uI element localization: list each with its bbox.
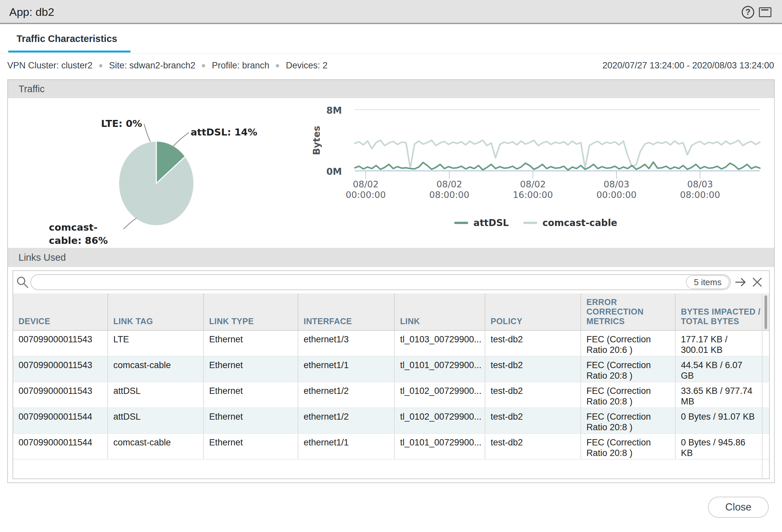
context-site: Site: sdwan2-branch2 [109,61,195,71]
links-used-section-header: Links Used [8,248,774,267]
dialog-title: App: db2 [9,0,54,24]
vertical-scrollbar[interactable] [765,295,767,329]
col-bytes[interactable]: BYTES IMPACTED / TOTAL BYTES [675,293,769,330]
cell-device: 007099000011544 [13,433,108,459]
x-tick-0: 08/02 00:00:00 [329,179,402,200]
cell-interface: ethernet1/3 [298,330,394,356]
help-icon[interactable]: ? [742,6,754,19]
export-arrow-icon[interactable] [735,276,747,288]
context-devices: Devices: 2 [286,61,327,71]
pie-chart [118,141,194,226]
col-link-tag[interactable]: LINK TAG [108,293,204,330]
window-icon[interactable] [759,7,772,17]
x-tick-time: 08:00:00 [664,190,737,200]
cell-device: 007099000011544 [13,408,108,433]
series-line-attDSL [355,162,760,170]
cell-error-correction: FEC (Correction Ratio 20:8 ) [581,408,675,433]
y-axis-label: Bytes [311,107,321,174]
traffic-section-title: Traffic [19,80,45,98]
dot-separator [202,64,205,67]
main-panel: Traffic LTE: 0% attDSL: 14% comcast-cabl… [7,79,775,483]
cell-bytes: 0 Bytes / 945.86 KB [675,433,769,459]
table-row[interactable]: 007099000011543 LTE Ethernet ethernet1/3… [13,330,769,356]
cell-link[interactable]: tl_0103_00729900... [394,330,485,356]
context-vpn-cluster: VPN Cluster: cluster2 [7,61,93,71]
x-tick-3: 08/03 00:00:00 [580,179,653,200]
legend-label-comcast: comcast-cable [542,217,617,228]
cell-link[interactable]: tl_0102_00729900... [394,382,485,408]
clear-filter-icon[interactable] [752,277,762,287]
links-used-section-title: Links Used [19,248,66,267]
dot-separator [99,64,102,67]
col-device[interactable]: DEVICE [13,293,108,330]
close-button[interactable]: Close [708,497,769,518]
cell-link[interactable]: tl_0101_00729900... [394,356,485,382]
x-tick-date: 08/02 [497,179,569,190]
cell-policy: test-db2 [485,382,581,408]
col-link-type[interactable]: LINK TYPE [204,293,298,330]
x-tick-date: 08/02 [329,179,402,190]
dialog-titlebar: App: db2 ? [0,0,782,24]
attdsl-swatch [454,222,468,224]
legend-item-attdsl[interactable]: attDSL [454,217,509,228]
cell-link[interactable]: tl_0101_00729900... [394,433,485,459]
table-toolbar: 5 items [13,271,769,293]
cell-device: 007099000011543 [13,330,108,356]
cell-interface: ethernet1/2 [298,408,394,433]
cell-interface: ethernet1/1 [298,356,394,382]
tab-traffic-characteristics[interactable]: Traffic Characteristics [16,26,117,54]
table-row[interactable]: 007099000011544 comcast-cable Ethernet e… [13,433,769,459]
col-policy[interactable]: POLICY [485,293,581,330]
active-tab-underline [8,50,131,52]
table-row[interactable]: 007099000011544 attDSL Ethernet ethernet… [13,408,769,433]
x-tick-2: 08/02 16:00:00 [497,179,569,200]
cell-link-tag: attDSL [108,382,204,408]
legend-item-comcast[interactable]: comcast-cable [523,217,617,228]
search-icon [16,276,29,289]
links-table-container: 5 items DEVICE LINK TAG LINK TYPE [12,270,770,479]
x-tick-date: 08/03 [580,179,653,190]
table-row[interactable]: 007099000011543 comcast-cable Ethernet e… [13,356,769,382]
cell-interface: ethernet1/1 [298,433,394,459]
cell-link-tag: comcast-cable [108,433,204,459]
cell-link-type: Ethernet [204,382,298,408]
cell-bytes: 33.65 KB / 977.74 MB [675,382,769,408]
x-tick-4: 08/03 08:00:00 [664,179,737,200]
titlebar-icons: ? [742,0,772,24]
cell-device: 007099000011543 [13,356,108,382]
cell-error-correction: FEC (Correction Ratio 20:8 ) [581,433,675,459]
x-tick-date: 08/03 [664,179,737,190]
y-tick-0m: 0M [309,166,342,177]
table-header-row: DEVICE LINK TAG LINK TYPE INTERFACE LINK… [13,293,769,330]
links-table: DEVICE LINK TAG LINK TYPE INTERFACE LINK… [13,293,769,460]
pie-label-attdsl: attDSL: 14% [191,126,290,139]
cell-device: 007099000011543 [13,382,108,408]
x-axis-ticks [366,171,700,179]
table-row[interactable]: 007099000011543 attDSL Ethernet ethernet… [13,382,769,408]
y-tick-8m: 8M [309,105,342,116]
pie-label-comcast: comcast-cable: 86% [49,221,127,247]
dot-separator [276,64,279,67]
pie-label-lte: LTE: 0% [96,117,142,130]
cell-bytes: 44.54 KB / 6.07 GB [675,356,769,382]
line-series [355,140,760,170]
cell-link-tag: comcast-cable [108,356,204,382]
search-field-wrap: 5 items [30,274,731,290]
cell-link[interactable]: tl_0102_00729900... [394,408,485,433]
col-error-correction[interactable]: ERROR CORRECTION METRICS [581,293,675,330]
cell-policy: test-db2 [485,330,581,356]
traffic-section-header: Traffic [8,80,774,98]
search-input[interactable] [30,274,731,290]
context-bar: VPN Cluster: cluster2 Site: sdwan2-branc… [0,54,782,78]
col-interface[interactable]: INTERFACE [298,293,394,330]
scrollbar-gutter-divider [762,293,762,478]
x-tick-time: 00:00:00 [329,190,402,200]
cell-policy: test-db2 [485,433,581,459]
items-count-badge: 5 items [686,275,730,289]
date-range: 2020/07/27 13:24:00 - 2020/08/03 13:24:0… [603,54,774,78]
cell-policy: test-db2 [485,356,581,382]
cell-link-type: Ethernet [204,408,298,433]
col-link[interactable]: LINK [394,293,485,330]
cell-link-tag: LTE [108,330,204,356]
cell-link-type: Ethernet [204,433,298,459]
